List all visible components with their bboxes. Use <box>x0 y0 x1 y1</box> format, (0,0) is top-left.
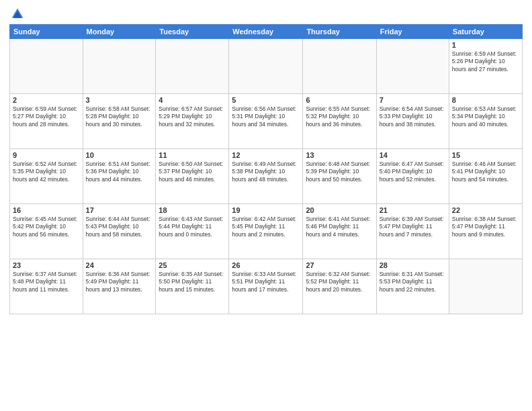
day-info: Sunrise: 6:38 AM Sunset: 5:47 PM Dayligh… <box>452 216 519 238</box>
day-number: 6 <box>306 96 373 104</box>
calendar-cell: 23Sunrise: 6:37 AM Sunset: 5:48 PM Dayli… <box>10 259 83 314</box>
calendar-cell: 4Sunrise: 6:57 AM Sunset: 5:29 PM Daylig… <box>156 94 229 149</box>
calendar-cell <box>156 39 229 94</box>
logo-text <box>9 7 24 20</box>
day-number: 23 <box>13 261 80 269</box>
day-info: Sunrise: 6:45 AM Sunset: 5:42 PM Dayligh… <box>13 216 80 238</box>
day-number: 27 <box>306 261 373 269</box>
day-info: Sunrise: 6:46 AM Sunset: 5:41 PM Dayligh… <box>452 161 519 183</box>
calendar-cell <box>303 39 376 94</box>
calendar-cell: 2Sunrise: 6:59 AM Sunset: 5:27 PM Daylig… <box>10 94 83 149</box>
calendar-cell: 19Sunrise: 6:42 AM Sunset: 5:45 PM Dayli… <box>229 204 303 259</box>
day-number: 17 <box>86 206 153 214</box>
calendar-cell: 12Sunrise: 6:49 AM Sunset: 5:38 PM Dayli… <box>229 149 303 204</box>
day-number: 24 <box>86 261 153 269</box>
calendar-week-row: 2Sunrise: 6:59 AM Sunset: 5:27 PM Daylig… <box>10 94 523 149</box>
day-info: Sunrise: 6:51 AM Sunset: 5:36 PM Dayligh… <box>86 161 153 183</box>
weekday-header: Friday <box>376 25 449 39</box>
day-number: 19 <box>232 206 300 214</box>
day-info: Sunrise: 6:32 AM Sunset: 5:52 PM Dayligh… <box>306 271 373 293</box>
calendar-cell: 26Sunrise: 6:33 AM Sunset: 5:51 PM Dayli… <box>229 259 303 314</box>
day-number: 12 <box>232 151 300 159</box>
calendar-cell: 22Sunrise: 6:38 AM Sunset: 5:47 PM Dayli… <box>449 204 522 259</box>
calendar-cell: 10Sunrise: 6:51 AM Sunset: 5:36 PM Dayli… <box>83 149 156 204</box>
calendar-week-row: 1Sunrise: 6:59 AM Sunset: 5:26 PM Daylig… <box>10 39 523 94</box>
day-number: 10 <box>86 151 153 159</box>
day-info: Sunrise: 6:36 AM Sunset: 5:49 PM Dayligh… <box>86 271 153 293</box>
calendar-cell: 21Sunrise: 6:39 AM Sunset: 5:47 PM Dayli… <box>376 204 449 259</box>
day-info: Sunrise: 6:47 AM Sunset: 5:40 PM Dayligh… <box>380 161 446 183</box>
header <box>9 7 523 20</box>
day-number: 4 <box>159 96 226 104</box>
logo <box>9 7 24 20</box>
weekday-header: Tuesday <box>156 25 229 39</box>
day-number: 9 <box>13 151 80 159</box>
day-number: 18 <box>159 206 226 214</box>
calendar-cell: 20Sunrise: 6:41 AM Sunset: 5:46 PM Dayli… <box>303 204 376 259</box>
day-number: 2 <box>13 96 80 104</box>
calendar-cell: 3Sunrise: 6:58 AM Sunset: 5:28 PM Daylig… <box>83 94 156 149</box>
day-number: 3 <box>86 96 153 104</box>
calendar-cell: 8Sunrise: 6:53 AM Sunset: 5:34 PM Daylig… <box>449 94 522 149</box>
day-info: Sunrise: 6:58 AM Sunset: 5:28 PM Dayligh… <box>86 105 153 128</box>
calendar-cell: 27Sunrise: 6:32 AM Sunset: 5:52 PM Dayli… <box>303 259 376 314</box>
day-info: Sunrise: 6:56 AM Sunset: 5:31 PM Dayligh… <box>232 105 300 128</box>
calendar-cell: 28Sunrise: 6:31 AM Sunset: 5:53 PM Dayli… <box>376 259 449 314</box>
calendar-cell: 5Sunrise: 6:56 AM Sunset: 5:31 PM Daylig… <box>229 94 303 149</box>
weekday-header: Monday <box>83 25 156 39</box>
calendar-cell: 16Sunrise: 6:45 AM Sunset: 5:42 PM Dayli… <box>10 204 83 259</box>
day-info: Sunrise: 6:54 AM Sunset: 5:33 PM Dayligh… <box>380 105 446 128</box>
day-number: 16 <box>13 206 80 214</box>
day-number: 21 <box>380 206 446 214</box>
day-number: 22 <box>452 206 519 214</box>
day-number: 26 <box>232 261 300 269</box>
calendar-cell: 24Sunrise: 6:36 AM Sunset: 5:49 PM Dayli… <box>83 259 156 314</box>
day-number: 15 <box>452 151 519 159</box>
day-info: Sunrise: 6:33 AM Sunset: 5:51 PM Dayligh… <box>232 271 300 293</box>
calendar-cell: 18Sunrise: 6:43 AM Sunset: 5:44 PM Dayli… <box>156 204 229 259</box>
calendar-cell <box>449 259 522 314</box>
calendar-cell: 17Sunrise: 6:44 AM Sunset: 5:43 PM Dayli… <box>83 204 156 259</box>
calendar-cell: 7Sunrise: 6:54 AM Sunset: 5:33 PM Daylig… <box>376 94 449 149</box>
day-info: Sunrise: 6:31 AM Sunset: 5:53 PM Dayligh… <box>380 271 446 293</box>
day-info: Sunrise: 6:50 AM Sunset: 5:37 PM Dayligh… <box>159 161 226 183</box>
day-info: Sunrise: 6:42 AM Sunset: 5:45 PM Dayligh… <box>232 216 300 238</box>
day-info: Sunrise: 6:59 AM Sunset: 5:26 PM Dayligh… <box>452 50 519 73</box>
day-number: 7 <box>380 96 446 104</box>
day-number: 11 <box>159 151 226 159</box>
day-number: 28 <box>380 261 446 269</box>
weekday-header: Saturday <box>449 25 522 39</box>
calendar-cell: 14Sunrise: 6:47 AM Sunset: 5:40 PM Dayli… <box>376 149 449 204</box>
calendar: SundayMondayTuesdayWednesdayThursdayFrid… <box>9 24 523 314</box>
day-info: Sunrise: 6:49 AM Sunset: 5:38 PM Dayligh… <box>232 161 300 183</box>
weekday-header-row: SundayMondayTuesdayWednesdayThursdayFrid… <box>10 25 523 39</box>
logo-icon <box>11 7 24 20</box>
weekday-header: Sunday <box>10 25 83 39</box>
day-info: Sunrise: 6:57 AM Sunset: 5:29 PM Dayligh… <box>159 105 226 128</box>
calendar-week-row: 23Sunrise: 6:37 AM Sunset: 5:48 PM Dayli… <box>10 259 523 314</box>
day-info: Sunrise: 6:39 AM Sunset: 5:47 PM Dayligh… <box>380 216 446 238</box>
calendar-cell: 9Sunrise: 6:52 AM Sunset: 5:35 PM Daylig… <box>10 149 83 204</box>
calendar-cell <box>229 39 303 94</box>
page-container: SundayMondayTuesdayWednesdayThursdayFrid… <box>0 0 532 411</box>
calendar-cell: 25Sunrise: 6:35 AM Sunset: 5:50 PM Dayli… <box>156 259 229 314</box>
calendar-cell: 1Sunrise: 6:59 AM Sunset: 5:26 PM Daylig… <box>449 39 522 94</box>
day-info: Sunrise: 6:43 AM Sunset: 5:44 PM Dayligh… <box>159 216 226 238</box>
day-info: Sunrise: 6:35 AM Sunset: 5:50 PM Dayligh… <box>159 271 226 293</box>
day-info: Sunrise: 6:37 AM Sunset: 5:48 PM Dayligh… <box>13 271 80 293</box>
day-number: 1 <box>452 41 519 49</box>
day-info: Sunrise: 6:48 AM Sunset: 5:39 PM Dayligh… <box>306 161 373 183</box>
day-info: Sunrise: 6:41 AM Sunset: 5:46 PM Dayligh… <box>306 216 373 238</box>
day-info: Sunrise: 6:52 AM Sunset: 5:35 PM Dayligh… <box>13 161 80 183</box>
day-info: Sunrise: 6:53 AM Sunset: 5:34 PM Dayligh… <box>452 105 519 128</box>
day-number: 25 <box>159 261 226 269</box>
calendar-week-row: 16Sunrise: 6:45 AM Sunset: 5:42 PM Dayli… <box>10 204 523 259</box>
calendar-cell <box>83 39 156 94</box>
day-info: Sunrise: 6:44 AM Sunset: 5:43 PM Dayligh… <box>86 216 153 238</box>
calendar-cell: 6Sunrise: 6:55 AM Sunset: 5:32 PM Daylig… <box>303 94 376 149</box>
day-number: 8 <box>452 96 519 104</box>
calendar-cell: 15Sunrise: 6:46 AM Sunset: 5:41 PM Dayli… <box>449 149 522 204</box>
calendar-cell: 13Sunrise: 6:48 AM Sunset: 5:39 PM Dayli… <box>303 149 376 204</box>
day-number: 13 <box>306 151 373 159</box>
day-number: 5 <box>232 96 300 104</box>
